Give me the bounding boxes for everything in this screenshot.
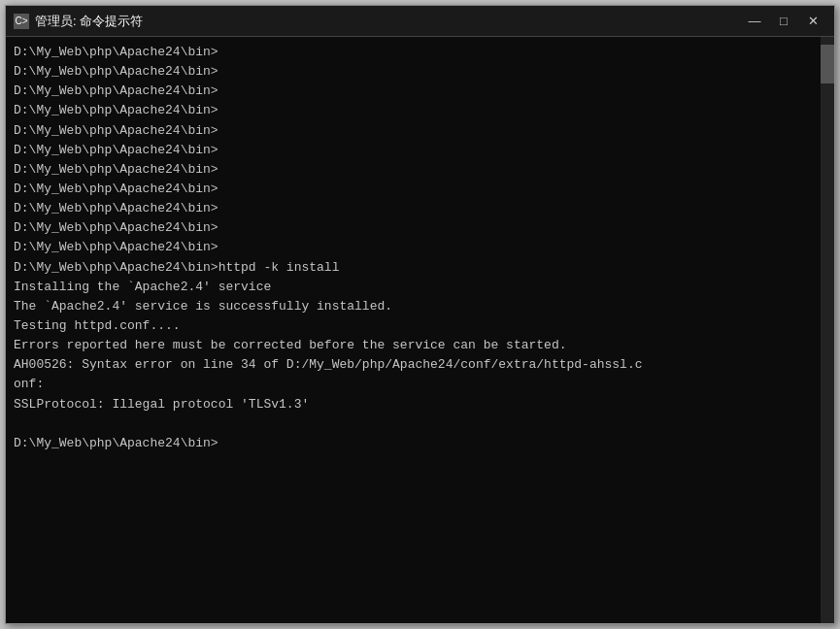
window-title: 管理员: 命令提示符 (35, 13, 143, 30)
window-controls: — □ ✕ (741, 11, 826, 32)
title-bar: C> 管理员: 命令提示符 — □ ✕ (6, 6, 834, 37)
window-icon: C> (14, 14, 29, 29)
scrollbar-thumb[interactable] (821, 45, 834, 83)
minimize-button[interactable]: — (741, 11, 768, 32)
terminal-content: D:\My_Web\php\Apache24\bin> D:\My_Web\ph… (14, 43, 826, 453)
maximize-button[interactable]: □ (770, 11, 797, 32)
cmd-window: C> 管理员: 命令提示符 — □ ✕ D:\My_Web\php\Apache… (5, 5, 835, 624)
terminal-body[interactable]: D:\My_Web\php\Apache24\bin> D:\My_Web\ph… (6, 37, 834, 623)
close-button[interactable]: ✕ (799, 11, 826, 32)
scrollbar[interactable] (821, 37, 834, 623)
title-bar-left: C> 管理员: 命令提示符 (14, 13, 143, 30)
